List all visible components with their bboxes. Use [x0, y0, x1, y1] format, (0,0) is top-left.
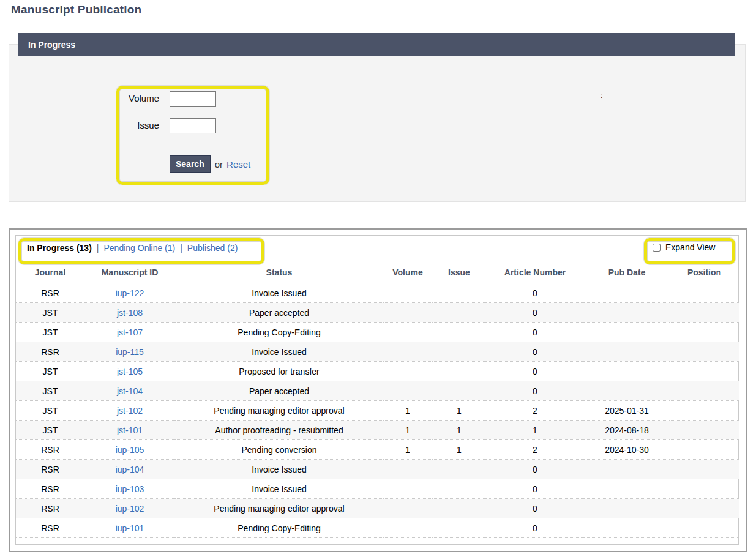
- status-cell: Pending Copy-Editing: [175, 518, 383, 538]
- manuscript-id-cell: jst-108: [84, 303, 175, 323]
- header-cell-manuscript-id: Manuscript ID: [84, 265, 175, 283]
- journal-cell: JST: [16, 303, 84, 323]
- issue-cell: [432, 323, 486, 342]
- manuscript-id-link[interactable]: iup-122: [116, 288, 144, 298]
- manuscript-id-cell: iup-102: [84, 499, 175, 518]
- manuscript-id-cell: iup-122: [84, 283, 175, 303]
- volume-cell: [383, 342, 432, 362]
- manuscript-id-cell: jst-104: [84, 381, 175, 401]
- issue-cell: [432, 460, 486, 479]
- tab-pending-online[interactable]: Pending Online (1): [103, 243, 175, 253]
- pub-date-cell: [584, 479, 670, 499]
- reset-link[interactable]: Reset: [226, 159, 250, 170]
- status-cell: Invoice Issued: [175, 342, 383, 362]
- results-panel-inner: In Progress (13)|Pending Online (1)|Publ…: [15, 235, 739, 545]
- issue-cell: 1: [432, 440, 486, 460]
- manuscript-id-link[interactable]: jst-108: [117, 308, 143, 318]
- volume-cell: [383, 283, 432, 303]
- tab-separator: |: [175, 243, 187, 253]
- expand-view-checkbox[interactable]: [653, 244, 661, 252]
- status-cell: Pending managing editor approval: [175, 499, 383, 518]
- status-cell: Invoice Issued: [175, 479, 383, 499]
- manuscript-id-cell: iup-103: [84, 479, 175, 499]
- volume-cell: [383, 362, 432, 381]
- status-cell: Proposed for transfer: [175, 362, 383, 381]
- manuscript-id-cell: jst-107: [84, 323, 175, 342]
- pub-date-cell: [584, 283, 670, 303]
- table-row: JSTjst-107Pending Copy-Editing0: [16, 323, 739, 342]
- pub-date-cell: [584, 323, 670, 342]
- manuscript-id-cell: jst-101: [84, 421, 175, 440]
- issue-cell: [432, 499, 486, 518]
- table-header-row: JournalManuscript IDStatusVolumeIssueArt…: [16, 265, 739, 283]
- pub-date-cell: 2024-08-18: [584, 421, 670, 440]
- search-button-row: Search or Reset: [170, 155, 250, 173]
- volume-cell: 1: [383, 421, 432, 440]
- status-cell: Paper accepted: [175, 303, 383, 323]
- journal-cell: RSR: [16, 518, 84, 538]
- manuscript-id-link[interactable]: iup-103: [116, 484, 144, 494]
- manuscript-id-link[interactable]: iup-105: [116, 445, 144, 455]
- manuscript-id-cell: jst-102: [84, 401, 175, 421]
- table-row: RSRiup-104Invoice Issued0: [16, 460, 739, 479]
- manuscript-id-link[interactable]: iup-102: [116, 504, 144, 514]
- journal-cell: JST: [16, 323, 84, 342]
- manuscript-id-link[interactable]: iup-115: [116, 347, 144, 357]
- manuscript-id-link[interactable]: jst-102: [117, 406, 143, 416]
- article-number-cell: 1: [486, 421, 584, 440]
- header-cell-article-number: Article Number: [486, 265, 584, 283]
- manuscript-id-link[interactable]: jst-101: [117, 425, 143, 435]
- status-cell: Invoice Issued: [175, 283, 383, 303]
- volume-cell: 1: [383, 440, 432, 460]
- table-row: JSTjst-102Pending managing editor approv…: [16, 401, 739, 421]
- search-button[interactable]: Search: [170, 155, 211, 173]
- header-cell-pub-date: Pub Date: [584, 265, 670, 283]
- manuscript-id-link[interactable]: iup-101: [116, 523, 144, 533]
- position-cell: [670, 342, 739, 362]
- journal-cell: JST: [16, 381, 84, 401]
- position-cell: [670, 440, 739, 460]
- manuscript-id-cell: iup-104: [84, 460, 175, 479]
- table-row: RSRiup-101Pending Copy-Editing0: [16, 518, 739, 538]
- issue-input[interactable]: [170, 118, 216, 133]
- article-number-cell: 0: [486, 362, 584, 381]
- article-number-cell: 0: [486, 303, 584, 323]
- volume-cell: [383, 381, 432, 401]
- tab-in-progress: In Progress (13): [27, 243, 92, 253]
- article-number-cell: 0: [486, 460, 584, 479]
- issue-label: Issue: [110, 120, 159, 130]
- manuscript-id-link[interactable]: jst-104: [117, 386, 143, 396]
- or-text: or: [215, 159, 223, 170]
- position-cell: [670, 421, 739, 440]
- pub-date-cell: [584, 499, 670, 518]
- tab-published[interactable]: Published (2): [187, 243, 238, 253]
- volume-cell: [383, 499, 432, 518]
- pub-date-cell: [584, 303, 670, 323]
- status-cell: Paper accepted: [175, 381, 383, 401]
- status-cell: Author proofreading - resubmitted: [175, 421, 383, 440]
- header-cell-journal: Journal: [16, 265, 84, 283]
- expand-view-label: Expand View: [665, 242, 715, 252]
- volume-input[interactable]: [170, 91, 216, 107]
- article-number-cell: 0: [486, 518, 584, 538]
- journal-cell: JST: [16, 421, 84, 440]
- table-row: RSRiup-102Pending managing editor approv…: [16, 499, 739, 518]
- table-row: RSRiup-103Invoice Issued0: [16, 479, 739, 499]
- pub-date-cell: [584, 362, 670, 381]
- volume-label: Volume: [110, 93, 159, 103]
- manuscript-id-link[interactable]: jst-107: [117, 327, 143, 337]
- manuscript-id-link[interactable]: jst-105: [117, 367, 143, 376]
- table-row: RSRiup-105Pending conversion1122024-10-3…: [16, 440, 739, 460]
- status-cell: Pending managing editor approval: [175, 401, 383, 421]
- volume-cell: 1: [383, 401, 432, 421]
- issue-cell: [432, 518, 486, 538]
- issue-cell: [432, 303, 486, 323]
- pub-date-cell: [584, 518, 670, 538]
- position-cell: [670, 479, 739, 499]
- manuscript-id-link[interactable]: iup-104: [116, 465, 144, 474]
- pub-date-cell: [584, 381, 670, 401]
- journal-cell: RSR: [16, 283, 84, 303]
- results-panel: In Progress (13)|Pending Online (1)|Publ…: [9, 228, 747, 552]
- article-number-cell: 0: [486, 479, 584, 499]
- journal-cell: RSR: [16, 479, 84, 499]
